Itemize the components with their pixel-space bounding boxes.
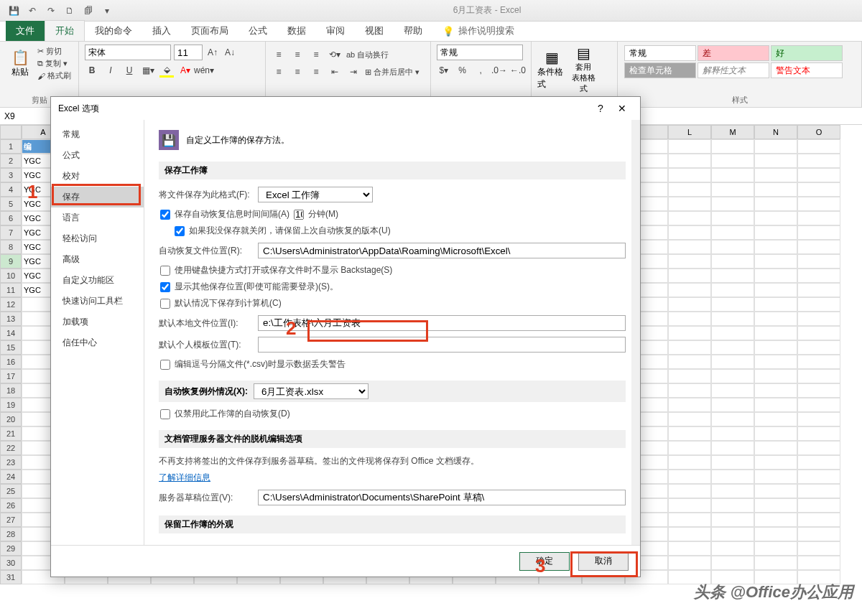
cell[interactable] bbox=[754, 513, 797, 527]
cell[interactable] bbox=[711, 470, 754, 484]
tab-file[interactable]: 文件 bbox=[6, 21, 45, 41]
default-computer-check[interactable] bbox=[160, 299, 170, 309]
csv-warn-check[interactable] bbox=[160, 360, 170, 370]
keep-last-check[interactable] bbox=[175, 226, 185, 236]
cell[interactable] bbox=[797, 383, 840, 398]
cell[interactable] bbox=[754, 297, 797, 312]
number-format-select[interactable] bbox=[437, 45, 523, 60]
cell[interactable] bbox=[797, 168, 840, 182]
tab-layout[interactable]: 页面布局 bbox=[181, 21, 238, 41]
cell[interactable] bbox=[754, 369, 797, 383]
cell[interactable] bbox=[711, 154, 754, 168]
row-header[interactable]: 12 bbox=[0, 297, 22, 312]
cell[interactable] bbox=[668, 484, 711, 498]
default-loc-input[interactable] bbox=[258, 315, 626, 331]
cell[interactable] bbox=[668, 398, 711, 412]
row-header[interactable]: 29 bbox=[0, 541, 22, 556]
cell[interactable] bbox=[754, 541, 797, 556]
cell[interactable] bbox=[711, 269, 754, 283]
cell[interactable] bbox=[754, 283, 797, 297]
cell[interactable] bbox=[711, 197, 754, 211]
qat-quickprint-icon[interactable]: 🗐 bbox=[82, 4, 95, 17]
tab-help[interactable]: 帮助 bbox=[394, 21, 432, 41]
row-header[interactable]: 21 bbox=[0, 426, 22, 441]
cell[interactable] bbox=[754, 527, 797, 541]
row-header[interactable]: 6 bbox=[0, 211, 22, 225]
learn-more-link[interactable]: 了解详细信息 bbox=[159, 472, 210, 482]
cell[interactable] bbox=[711, 441, 754, 455]
cell[interactable] bbox=[668, 541, 711, 556]
cell[interactable] bbox=[711, 513, 754, 527]
row-header[interactable]: 25 bbox=[0, 484, 22, 498]
cell[interactable] bbox=[797, 527, 840, 541]
border-button[interactable]: ▦▾ bbox=[141, 63, 155, 78]
qat-undo-icon[interactable]: ↶ bbox=[26, 4, 39, 17]
tab-view[interactable]: 视图 bbox=[355, 21, 394, 41]
cell[interactable] bbox=[754, 211, 797, 225]
cell[interactable] bbox=[668, 168, 711, 182]
cell[interactable] bbox=[668, 412, 711, 426]
backstage-check[interactable] bbox=[160, 266, 170, 276]
col-header[interactable]: M bbox=[711, 125, 754, 139]
style-check[interactable]: 检查单元格 bbox=[624, 62, 696, 78]
cell[interactable] bbox=[754, 225, 797, 240]
tab-insert[interactable]: 插入 bbox=[142, 21, 181, 41]
shrink-font-button[interactable]: A↓ bbox=[223, 45, 237, 60]
save-format-select[interactable]: Excel 工作簿 bbox=[258, 187, 373, 202]
cell[interactable] bbox=[754, 154, 797, 168]
underline-button[interactable]: U bbox=[122, 63, 136, 78]
cell[interactable] bbox=[711, 240, 754, 254]
tab-tellme[interactable]: 💡 操作说明搜索 bbox=[432, 21, 524, 41]
autosave-minutes-input[interactable] bbox=[294, 210, 304, 220]
style-bad[interactable]: 差 bbox=[698, 45, 769, 61]
cell[interactable] bbox=[668, 426, 711, 441]
autorecover-loc-input[interactable] bbox=[258, 243, 626, 258]
phonetic-button[interactable]: wén▾ bbox=[197, 63, 211, 78]
cell[interactable] bbox=[797, 269, 840, 283]
cell[interactable] bbox=[711, 556, 754, 570]
cell[interactable] bbox=[797, 312, 840, 326]
align-left-button[interactable]: ≡ bbox=[272, 65, 286, 79]
draft-loc-input[interactable] bbox=[258, 490, 626, 505]
cell[interactable] bbox=[797, 498, 840, 513]
template-loc-input[interactable] bbox=[258, 337, 626, 353]
cell[interactable] bbox=[668, 455, 711, 470]
cell[interactable] bbox=[668, 154, 711, 168]
cell[interactable] bbox=[711, 541, 754, 556]
row-header[interactable]: 9 bbox=[0, 254, 22, 269]
cell[interactable] bbox=[711, 254, 754, 269]
grow-font-button[interactable]: A↑ bbox=[205, 45, 220, 60]
cell[interactable] bbox=[754, 412, 797, 426]
row-header[interactable]: 13 bbox=[0, 312, 22, 326]
cell[interactable] bbox=[797, 541, 840, 556]
cell[interactable] bbox=[668, 225, 711, 240]
cell[interactable] bbox=[711, 225, 754, 240]
cell[interactable] bbox=[711, 312, 754, 326]
style-warn[interactable]: 警告文本 bbox=[771, 62, 843, 78]
cell[interactable] bbox=[668, 182, 711, 197]
currency-button[interactable]: $▾ bbox=[437, 63, 451, 78]
tab-home[interactable]: 开始 bbox=[45, 20, 85, 41]
cell[interactable] bbox=[668, 283, 711, 297]
cell[interactable] bbox=[668, 139, 711, 154]
row-header[interactable]: 17 bbox=[0, 369, 22, 383]
row-header[interactable]: 1 bbox=[0, 139, 22, 154]
cell[interactable] bbox=[668, 470, 711, 484]
cell[interactable] bbox=[754, 383, 797, 398]
cell[interactable] bbox=[668, 312, 711, 326]
cell[interactable] bbox=[668, 527, 711, 541]
tab-review[interactable]: 审阅 bbox=[316, 21, 355, 41]
cell[interactable] bbox=[668, 498, 711, 513]
align-top-button[interactable]: ≡ bbox=[272, 47, 286, 62]
tab-data[interactable]: 数据 bbox=[277, 21, 316, 41]
row-header[interactable]: 7 bbox=[0, 225, 22, 240]
tab-mycmd[interactable]: 我的命令 bbox=[85, 21, 142, 41]
options-nav-item[interactable]: 校对 bbox=[51, 166, 144, 187]
cell[interactable] bbox=[797, 182, 840, 197]
row-header[interactable]: 3 bbox=[0, 168, 22, 182]
cell[interactable] bbox=[797, 283, 840, 297]
row-header[interactable]: 22 bbox=[0, 441, 22, 455]
align-center-button[interactable]: ≡ bbox=[290, 65, 305, 79]
cell[interactable] bbox=[711, 355, 754, 369]
cell[interactable] bbox=[668, 240, 711, 254]
